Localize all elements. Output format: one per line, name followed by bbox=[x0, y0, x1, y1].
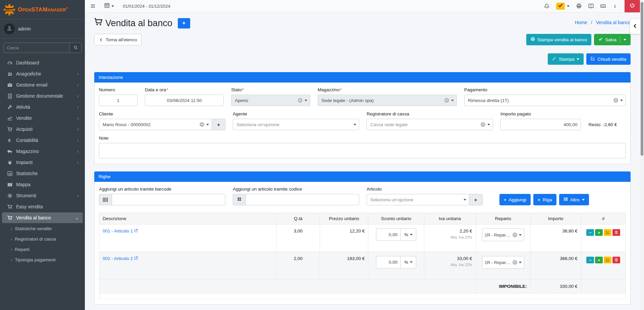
sidebar-item-vendite[interactable]: Vendite‹ bbox=[2, 113, 83, 123]
search-input[interactable] bbox=[4, 43, 69, 53]
sidebar-subitem-registratori-di-cassa[interactable]: ›Registratori di cassa bbox=[0, 234, 85, 244]
clear-icon[interactable]: ✕ bbox=[200, 122, 204, 127]
decrease-qty-button[interactable]: − bbox=[586, 257, 594, 263]
brand[interactable]: OSM OpenSTAManager® bbox=[0, 0, 85, 19]
article-link[interactable]: 001 - Articolo 1 bbox=[103, 228, 138, 234]
back-to-list-button[interactable]: Torna all'elenco bbox=[94, 34, 142, 45]
breadcrumb-home-link[interactable]: Home bbox=[575, 20, 587, 25]
barcode-label: Aggiungi un articolo tramite barcode bbox=[99, 187, 225, 192]
chevron-left-icon: ‹ bbox=[77, 83, 79, 87]
add-client-button[interactable]: + bbox=[212, 119, 225, 130]
hamburger-menu-icon[interactable] bbox=[90, 3, 96, 9]
pagamento-select[interactable]: Rimessa diretta (1T) ✕ bbox=[464, 95, 626, 106]
delete-row-button[interactable] bbox=[612, 229, 620, 236]
print-icon[interactable] bbox=[576, 3, 582, 9]
sidebar-item-statistiche[interactable]: Statistiche bbox=[2, 168, 83, 179]
logout-power-button[interactable] bbox=[625, 0, 640, 12]
sidebar-item-gestione-documentale[interactable]: Gestione documentale‹ bbox=[2, 91, 83, 101]
sidebar-item-attivit-[interactable]: Attività‹ bbox=[2, 102, 83, 112]
registratore-select[interactable]: Cassa sede legale ✕ bbox=[367, 119, 493, 130]
department-select[interactable]: 1R - Reparto 1... ✕ bbox=[482, 228, 524, 241]
increase-qty-button[interactable]: + bbox=[595, 229, 603, 236]
sidebar-item-easy-vendita[interactable]: Easy vendita bbox=[2, 201, 83, 212]
scrollbar-thumb[interactable] bbox=[641, 2, 643, 156]
increase-qty-button[interactable]: + bbox=[595, 257, 603, 263]
riga-button[interactable]: +Riga bbox=[533, 194, 556, 205]
sidebar-subitem-statistiche-vendite[interactable]: ›Statistiche vendite bbox=[0, 223, 85, 234]
cliente-select[interactable]: Mario Rossi - 00000002 ✕ bbox=[99, 119, 212, 130]
print-sale-button[interactable]: Stampa vendita al banco bbox=[526, 34, 592, 45]
sidebar-item-strumenti[interactable]: Strumenti‹ bbox=[2, 190, 83, 201]
barcode-input[interactable] bbox=[112, 194, 225, 205]
collapse-panel-button[interactable] bbox=[630, 19, 640, 34]
importo-pagato-field[interactable] bbox=[500, 119, 581, 130]
edit-row-button[interactable] bbox=[604, 257, 611, 263]
imponibile-value: 330,00 € bbox=[530, 279, 581, 294]
data-ora-field[interactable] bbox=[145, 95, 224, 106]
info-icon[interactable]: i bbox=[612, 3, 618, 9]
save-button[interactable]: Salva bbox=[594, 34, 631, 45]
column-header-importo: Importo bbox=[530, 213, 581, 224]
discount-input[interactable] bbox=[376, 256, 401, 268]
agente-select[interactable]: Seleziona un'opzione bbox=[233, 119, 359, 130]
department-select[interactable]: 1R - Reparto 1... ✕ bbox=[482, 256, 524, 269]
column-header-sconto-unitario: Sconto unitario bbox=[368, 213, 424, 224]
magazzino-select[interactable]: Sede legale - (Admin spa) ✕ bbox=[318, 95, 457, 106]
user-panel[interactable]: admin bbox=[0, 19, 85, 39]
articolo-select[interactable]: Seleziona un'opzione bbox=[367, 194, 469, 205]
edit-icon bbox=[591, 56, 595, 62]
discount-input[interactable] bbox=[376, 228, 401, 241]
status-toggle[interactable] bbox=[556, 3, 570, 10]
clear-icon[interactable]: ✕ bbox=[298, 98, 303, 103]
discount-type-select[interactable]: % bbox=[401, 228, 416, 241]
clear-icon[interactable]: ✕ bbox=[613, 98, 618, 103]
keyboard-shortcuts-icon[interactable] bbox=[600, 3, 606, 9]
clear-icon[interactable]: ✕ bbox=[513, 232, 517, 237]
article-link[interactable]: 002 - Articolo 2 bbox=[103, 256, 138, 261]
vat-rate-note: Aliq. Iva 22% bbox=[428, 235, 472, 239]
sidebar-item-dashboard[interactable]: Dashboard bbox=[2, 57, 83, 68]
stato-select[interactable]: Aperto ✕ bbox=[231, 95, 310, 106]
discount-type-select[interactable]: % bbox=[401, 256, 416, 268]
numero-field[interactable] bbox=[99, 95, 138, 106]
chevron-right-icon: › bbox=[11, 226, 12, 231]
clear-icon[interactable]: ✕ bbox=[444, 98, 449, 103]
cart-icon bbox=[7, 204, 13, 209]
cart-icon bbox=[94, 18, 103, 29]
add-article-button[interactable]: + bbox=[469, 194, 483, 205]
sidebar-subitem-tipologia-pagamenti[interactable]: ›Tipologia pagamenti bbox=[0, 255, 85, 265]
search-button[interactable] bbox=[69, 43, 81, 53]
altro-button[interactable]: Altro bbox=[559, 194, 589, 205]
app-window: OSM OpenSTAManager® admin DashboardAnagr… bbox=[0, 0, 644, 310]
close-sale-button[interactable]: Chiudi vendita bbox=[586, 53, 631, 65]
sidebar-item-contabilit-[interactable]: €Contabilità‹ bbox=[2, 135, 83, 146]
clear-icon[interactable]: ✕ bbox=[513, 260, 517, 265]
note-field[interactable] bbox=[99, 143, 626, 158]
sidebar-item-gestione-email[interactable]: Gestione email‹ bbox=[2, 80, 83, 90]
clear-icon[interactable]: ✕ bbox=[481, 122, 485, 127]
check-icon bbox=[598, 37, 603, 42]
column-header-q-t-: Q.tà bbox=[277, 213, 320, 224]
sidebar-item-anagrafiche[interactable]: Anagrafiche‹ bbox=[2, 68, 83, 79]
decrease-qty-button[interactable]: − bbox=[586, 229, 594, 236]
sidebar-item-vendita-al-banco[interactable]: Vendita al banco⌄ bbox=[2, 212, 83, 223]
chevron-left-icon: ‹ bbox=[77, 138, 79, 143]
new-sale-button[interactable]: + bbox=[178, 18, 190, 29]
print-dropdown-button[interactable]: Stampa bbox=[548, 53, 584, 65]
docs-book-icon[interactable] bbox=[588, 3, 594, 9]
breadcrumb-current-link[interactable]: Vendita al banco bbox=[596, 20, 631, 25]
sidebar-item-impianti[interactable]: Impianti‹ bbox=[2, 157, 83, 168]
sidebar-item-acquisti[interactable]: Acquisti‹ bbox=[2, 124, 83, 135]
trash-icon bbox=[614, 258, 618, 263]
edit-row-button[interactable] bbox=[604, 229, 611, 236]
sidebar-item-mappa[interactable]: Mappa bbox=[2, 179, 83, 190]
calendar-picker[interactable] bbox=[104, 3, 114, 9]
aggiungi-button[interactable]: +Aggiungi bbox=[499, 194, 531, 205]
date-range[interactable]: 01/01/2024 - 31/12/2024 bbox=[123, 4, 170, 9]
vertical-scrollbar[interactable] bbox=[640, 0, 644, 310]
sidebar-item-magazzino[interactable]: Magazzino‹ bbox=[2, 146, 83, 157]
delete-row-button[interactable] bbox=[612, 257, 620, 263]
sidebar-subitem-reparti[interactable]: ›Reparti bbox=[0, 244, 85, 255]
codice-input[interactable] bbox=[246, 194, 359, 205]
notifications-bell-icon[interactable] bbox=[544, 3, 549, 9]
